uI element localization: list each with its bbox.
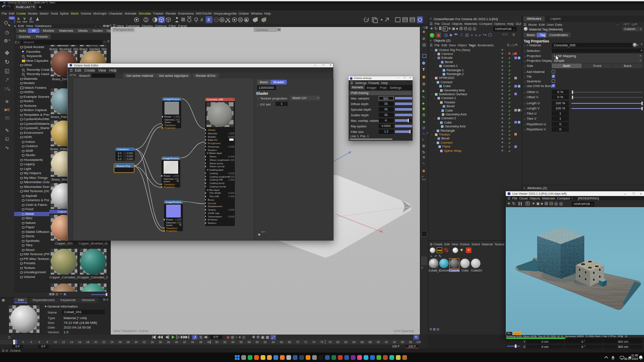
svg-text:#: # <box>200 17 204 22</box>
svg-text:#: # <box>207 17 210 22</box>
svg-text:A: A <box>245 18 248 22</box>
